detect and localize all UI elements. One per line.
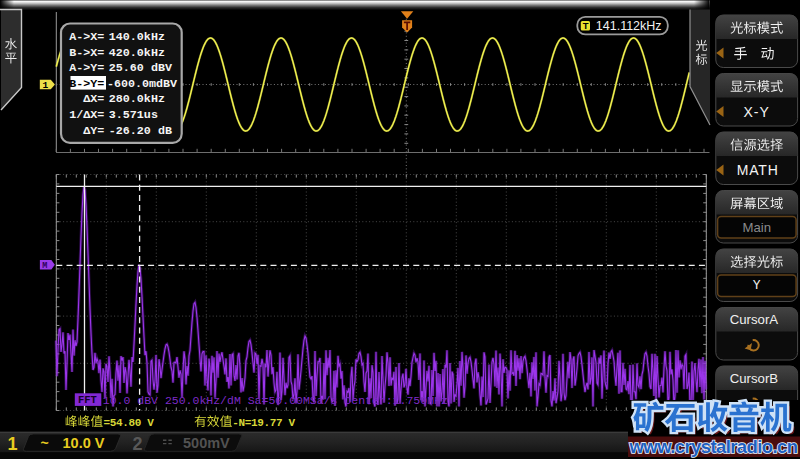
svg-text:ΔY=: ΔY= [83, 124, 104, 138]
svg-text:MATH: MATH [737, 162, 779, 178]
svg-text:1: 1 [8, 434, 18, 454]
svg-text:141.112kHz: 141.112kHz [596, 19, 662, 33]
svg-text:CursorA: CursorA [730, 312, 779, 327]
svg-text:T: T [583, 20, 589, 31]
svg-text:=54.80 V: =54.80 V [104, 417, 155, 429]
svg-text:-N=19.77 V: -N=19.77 V [232, 417, 295, 429]
svg-text:-26.20 dB: -26.20 dB [109, 124, 172, 138]
svg-text:10.0 V: 10.0 V [63, 435, 105, 451]
svg-text:1: 1 [43, 80, 49, 91]
svg-text:M: M [42, 261, 47, 271]
svg-text:420.0kHz: 420.0kHz [109, 46, 165, 60]
svg-text:Y: Y [753, 278, 761, 293]
svg-text:140.0kHz: 140.0kHz [109, 30, 165, 44]
svg-text:Main: Main [742, 220, 771, 235]
svg-text:1/ΔX=: 1/ΔX= [69, 108, 104, 122]
svg-text:25.60 dBV: 25.60 dBV [109, 61, 172, 75]
svg-text:www.crystalradio.cn: www.crystalradio.cn [629, 436, 798, 457]
svg-text:CursorB: CursorB [730, 371, 779, 386]
svg-text:B->Y=: B->Y= [69, 77, 104, 91]
svg-text:10.0 dBV 250.0kHz/dM Sa=50.0: 10.0 dBV 250.0kHz/dM Sa=50.00MSa/s Cente… [103, 394, 448, 407]
svg-text:500mV: 500mV [183, 435, 230, 451]
svg-text:~: ~ [41, 435, 49, 451]
svg-text:X-Y: X-Y [744, 104, 770, 120]
svg-text:B->X=: B->X= [69, 46, 104, 60]
svg-text:ΔX=: ΔX= [83, 92, 104, 106]
svg-text:A->Y=: A->Y= [69, 61, 104, 75]
svg-text:3.571us: 3.571us [109, 108, 158, 122]
svg-text:2: 2 [133, 434, 143, 454]
svg-text:A->X=: A->X= [69, 30, 104, 44]
svg-text:FFT: FFT [78, 394, 97, 406]
svg-text:280.0kHz: 280.0kHz [109, 92, 165, 106]
svg-text:-600.0mdBV: -600.0mdBV [107, 77, 177, 91]
